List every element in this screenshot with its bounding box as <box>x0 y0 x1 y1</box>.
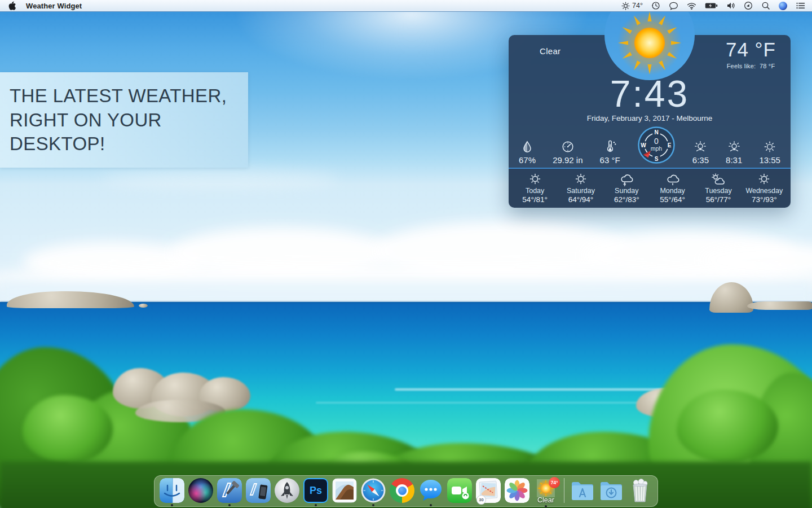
spotlight-search-icon[interactable] <box>761 1 770 10</box>
sunrise-icon <box>694 140 707 154</box>
dew-point-value: 63 °F <box>600 155 620 165</box>
wifi-icon[interactable] <box>687 2 696 10</box>
daylight-value: 13:55 <box>759 155 780 165</box>
dock: Ps <box>154 475 658 507</box>
menu-weather-status[interactable]: 74° <box>621 2 643 10</box>
dock-icon-launchpad[interactable] <box>275 478 299 506</box>
stat-daylight: 13:55 <box>759 140 780 167</box>
daylight-icon <box>763 140 776 154</box>
forecast-day-label: Saturday <box>567 187 595 195</box>
dew-point-icon <box>603 140 617 154</box>
current-temperature-block: 74 °F Feels like: 78 °F <box>726 38 776 69</box>
dock-icon-xcode[interactable] <box>217 478 242 506</box>
humidity-icon <box>521 140 533 154</box>
dock-folder-downloads[interactable] <box>599 478 624 506</box>
forecast-temps: 73°/93° <box>752 195 777 204</box>
humidity-value: 67% <box>519 155 536 165</box>
sun-icon <box>757 173 771 186</box>
time-machine-icon[interactable] <box>651 1 660 10</box>
travel-badge: 30 <box>476 495 486 505</box>
forecast-day: Today 54°/81° <box>513 173 558 204</box>
clock-time: 7:43 <box>509 72 791 115</box>
dock-icon-mail[interactable] <box>332 478 357 506</box>
dock-icon-safari[interactable] <box>361 478 386 506</box>
forecast-temps: 56°/77° <box>706 195 731 204</box>
dock-icon-photoshop[interactable]: Ps <box>303 478 328 506</box>
promo-banner: THE LATEST WEATHER, RIGHT ON YOUR DESKTO… <box>0 72 248 168</box>
forecast-day: Wednesday 73°/93° <box>742 173 787 204</box>
forecast-day-label: Wednesday <box>745 187 783 195</box>
forecast-temps: 64°/94° <box>568 195 594 204</box>
siri-icon[interactable] <box>779 2 787 10</box>
battery-charging-icon[interactable] <box>705 2 718 9</box>
weather-temp-badge: 74° <box>549 477 560 488</box>
island-right-strip <box>747 301 812 310</box>
dock-icon-chrome[interactable] <box>390 478 414 506</box>
wind-unit: mph <box>651 145 663 152</box>
rocket-icon <box>275 478 299 503</box>
stat-humidity: 67% <box>519 140 536 167</box>
forecast-temps: 55°/64° <box>660 195 685 204</box>
compass-south: S <box>654 156 658 162</box>
pressure-icon <box>561 140 575 154</box>
weather-widget[interactable]: Clear 74 °F Feels like: 78 °F 7:43 Frida… <box>509 35 791 208</box>
dock-trash[interactable] <box>628 478 652 506</box>
apple-logo-icon <box>8 1 16 10</box>
running-indicator <box>372 504 374 506</box>
photoshop-label: Ps <box>310 485 322 497</box>
menu-temperature: 74° <box>632 2 643 10</box>
menu-app-name[interactable]: Weather Widget <box>26 2 82 10</box>
volume-icon[interactable] <box>726 2 735 10</box>
sun-icon <box>616 9 683 77</box>
current-temperature: 74 °F <box>726 38 776 61</box>
wind-speed: 0 <box>654 137 659 146</box>
menu-bar: Weather Widget 74° <box>0 0 812 12</box>
running-indicator <box>171 504 173 506</box>
dock-icon-messages[interactable] <box>418 478 443 506</box>
forecast-day-label: Monday <box>660 187 685 195</box>
dock-folder-applications[interactable] <box>570 478 595 506</box>
dock-icon-siri[interactable] <box>188 478 213 506</box>
cloud-rain-icon <box>665 173 680 186</box>
apple-menu[interactable] <box>8 1 16 10</box>
feels-like-label: Feels like: <box>727 63 756 69</box>
compass-north: N <box>654 129 658 135</box>
dock-icon-finder[interactable] <box>160 478 184 506</box>
promo-line: THE LATEST WEATHER, <box>10 84 242 108</box>
compass-west: W <box>641 142 646 148</box>
forecast-day: Monday 55°/64° <box>650 173 695 204</box>
promo-line: RIGHT ON YOUR <box>10 108 242 133</box>
dock-icon-facetime[interactable] <box>447 478 472 506</box>
clock-date-location: Friday, February 3, 2017 - Melbourne <box>509 114 791 122</box>
forecast-day-label: Today <box>526 187 544 195</box>
running-indicator <box>228 504 231 506</box>
forecast-day-label: Tuesday <box>705 187 731 195</box>
stat-dew-point: 63 °F <box>600 140 620 167</box>
running-indicator <box>545 505 547 507</box>
forecast-day: Sunday 62°/83° <box>604 173 649 204</box>
dock-icon-weather-widget[interactable]: 74° Clear <box>533 478 558 506</box>
dock-icon-photos[interactable] <box>505 478 529 506</box>
running-indicator <box>315 504 317 506</box>
desktop: Weather Widget 74° <box>0 0 812 508</box>
sunset-value: 8:31 <box>726 155 742 165</box>
condition-label: Clear <box>540 46 561 56</box>
dock-icon-travel-app[interactable]: 30 <box>476 478 501 506</box>
sunrise-value: 6:35 <box>692 155 709 165</box>
wind-compass: N E S W 0 mph <box>637 126 676 167</box>
dock-icon-simulator[interactable] <box>246 478 271 506</box>
sun-icon <box>573 173 588 186</box>
feels-like-value: 78 °F <box>760 63 775 69</box>
cloud-lightning-icon <box>619 173 634 186</box>
sun-behind-cloud-icon <box>711 173 726 186</box>
stat-sunrise: 6:35 <box>692 140 709 167</box>
running-indicator <box>430 504 432 506</box>
circle-arrow-icon[interactable] <box>744 1 753 10</box>
sun-icon <box>528 173 542 186</box>
weather-dock-label: Clear <box>537 496 554 504</box>
forecast-row: Today 54°/81° Saturday 64°/94° Sunday 62… <box>509 169 791 208</box>
chat-bubble-icon[interactable] <box>669 2 678 10</box>
notification-center-icon[interactable] <box>796 2 805 10</box>
dock-separator <box>564 478 564 503</box>
stats-row: 67% 29.92 in 63 °F <box>519 127 780 167</box>
